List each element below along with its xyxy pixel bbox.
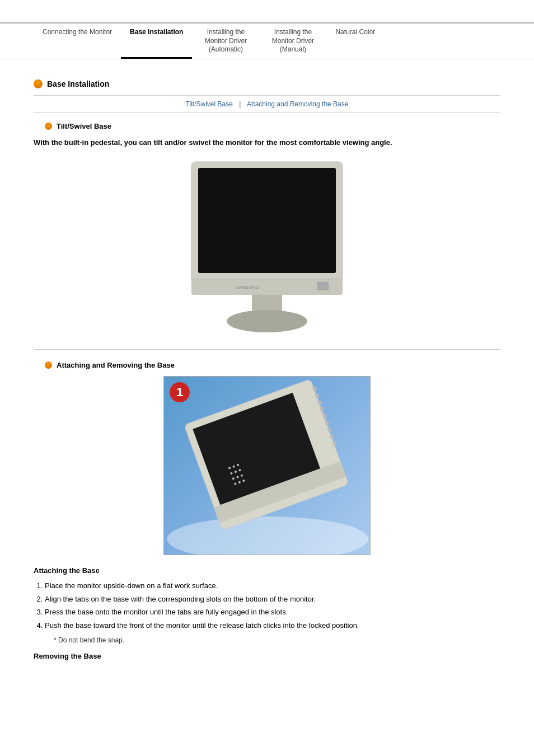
attach-subsection-heading: Attaching and Removing the Base — [45, 361, 500, 369]
breadcrumb-area: Tilt/Swivel Base | Attaching and Removin… — [34, 95, 500, 113]
svg-rect-4 — [317, 282, 329, 290]
steps-list: Place the monitor upside-down on a flat … — [45, 580, 500, 631]
nav-item-natural-color[interactable]: Natural Color — [326, 24, 384, 59]
step-svg — [164, 377, 371, 555]
removing-title: Removing the Base — [34, 652, 500, 660]
navigation-bar: Connecting the Monitor Base Installation… — [0, 22, 534, 59]
nav-item-installing-auto[interactable]: Installing the Monitor Driver(Automatic) — [192, 24, 259, 59]
orange-circle-icon — [34, 79, 43, 88]
breadcrumb-link-attach[interactable]: Attaching and Removing the Base — [247, 100, 348, 108]
monitor-illustration: SAMSUNG — [34, 159, 500, 332]
step-3: Press the base onto the monitor until th… — [45, 607, 500, 618]
svg-rect-1 — [198, 168, 336, 273]
attach-heading-text: Attaching and Removing the Base — [57, 361, 175, 369]
tilt-heading-text: Tilt/Swivel Base — [57, 122, 111, 130]
main-section-heading: Base Installation — [34, 79, 500, 88]
section-divider — [34, 349, 500, 350]
svg-point-7 — [167, 516, 368, 555]
note-text: * Do not bend the snap. — [54, 636, 500, 644]
tilt-subsection-heading: Tilt/Swivel Base — [45, 122, 500, 130]
small-orange-circle-icon-2 — [45, 361, 52, 369]
breadcrumb-link-tilt[interactable]: Tilt/Swivel Base — [186, 100, 233, 108]
step-image-container: 1 — [34, 376, 500, 555]
step-1: Place the monitor upside-down on a flat … — [45, 580, 500, 591]
step-2: Align the tabs on the base with the corr… — [45, 594, 500, 605]
small-orange-circle-icon — [45, 123, 52, 130]
step-4: Push the base toward the front of the mo… — [45, 620, 500, 631]
attaching-title: Attaching the Base — [34, 566, 500, 575]
breadcrumb-separator: | — [239, 100, 241, 108]
main-heading-text: Base Installation — [47, 79, 109, 88]
svg-text:SAMSUNG: SAMSUNG — [236, 285, 259, 290]
nav-item-base-installation[interactable]: Base Installation — [121, 24, 192, 59]
svg-point-6 — [227, 310, 307, 332]
page-content: Base Installation Tilt/Swivel Base | Att… — [0, 59, 534, 677]
nav-item-connecting[interactable]: Connecting the Monitor — [34, 24, 121, 59]
monitor-svg: SAMSUNG — [186, 159, 348, 332]
nav-item-installing-manual[interactable]: Installing the Monitor Driver(Manual) — [259, 24, 326, 59]
step-image: 1 — [163, 376, 371, 555]
intro-paragraph: With the built-in pedestal, you can tilt… — [34, 137, 500, 148]
